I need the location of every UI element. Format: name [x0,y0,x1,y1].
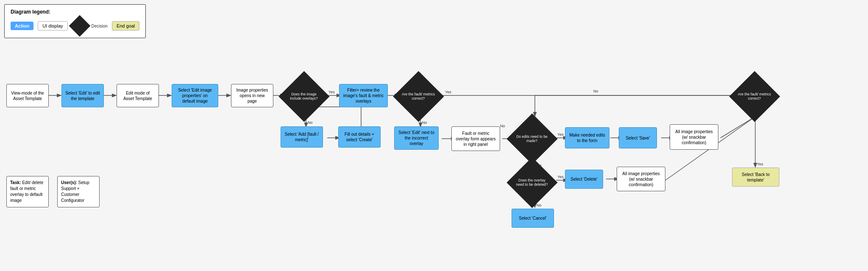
svg-text:Yes: Yes [557,175,564,179]
legend-items: Action UI display Decision End goal [11,18,139,34]
legend-decision-label: Decision [92,24,108,28]
task-box: Task: Edit/ delete fault or metric overl… [6,176,49,207]
legend-end: End goal [112,21,139,31]
diagram-container: Diagram legend: Action UI display Decisi… [0,0,868,271]
node-select-delete: Select 'Delete' [565,170,603,189]
diamond-delete-needed-text: Does the overlay need to be deleted? [515,178,549,187]
svg-text:Yes: Yes [328,90,335,94]
node-select-cancel: Select 'Cancel' [512,209,554,228]
user-label: User(s): [61,180,77,185]
node-select-edit: Select 'Edit' to edit the template [61,84,104,107]
diamond-fault-correct-1: Are the fault/ metrics correct? [395,73,442,120]
legend-decision-icon [69,15,90,37]
svg-text:Yes: Yes [445,90,451,94]
node-make-edits: Make needed edits to the form [565,127,609,148]
node-overlay-form: Fault or metric overlay form appears in … [451,126,500,151]
node-back-to-template: Select 'Back to template' [732,168,779,187]
diamond-edits-needed: Do edits need to be made? [509,115,555,162]
diamond-delete-needed: Does the overlay need to be deleted? [509,159,555,206]
svg-text:No: No [593,89,598,93]
diamond-fault-correct-2: Are the fault/ metrics correct? [731,73,778,120]
diamond-include-overlays-text: Does the image include overlays? [287,92,321,101]
svg-text:No: No [500,124,505,128]
node-select-edit-image: Select 'Edit image properties' on defaul… [172,84,218,107]
legend-action: Action [11,22,33,30]
node-fill-details: Fill out details + select 'Create' [338,126,381,148]
node-view-mode: View-mode of the Asset Template [6,84,49,107]
diamond-edits-needed-text: Do edits need to be made? [515,134,549,143]
node-filter-review: Filter+ review the image's fault & metri… [339,84,388,107]
node-select-edit-overlay: Select 'Edit' next to the incorrect over… [394,126,439,150]
svg-text:Yes: Yes [557,132,564,137]
node-select-save: Select 'Save' [619,127,657,148]
legend-decision-wrap [72,18,87,34]
legend-title: Diagram legend: [11,9,139,15]
legend-ui: UI display [38,21,67,31]
legend: Diagram legend: Action UI display Decisi… [4,4,146,38]
node-image-properties: Image properties opens in new page [231,84,273,107]
node-image-props-snackbar-2: All image properties (w/ snackbar confir… [617,167,665,191]
svg-text:No: No [308,120,313,125]
node-image-props-snackbar-1: All image properties (w/ snackbar confir… [670,124,718,150]
svg-text:Yes: Yes [757,162,763,166]
diamond-include-overlays: Does the image include overlays? [281,73,327,120]
node-select-add: Select 'Add [fault / metric]' [281,126,323,148]
node-edit-mode: Edit mode of Asset Template [117,84,159,107]
user-box: User(s): Setup Support + Customer Config… [57,176,100,207]
svg-text:No: No [422,120,427,125]
svg-line-22 [721,117,755,138]
diamond-fault-correct-2-text: Are the fault/ metrics correct? [737,92,771,101]
task-label: Task: [10,180,21,185]
diamond-fault-correct-1-text: Are the fault/ metrics correct? [401,92,435,101]
